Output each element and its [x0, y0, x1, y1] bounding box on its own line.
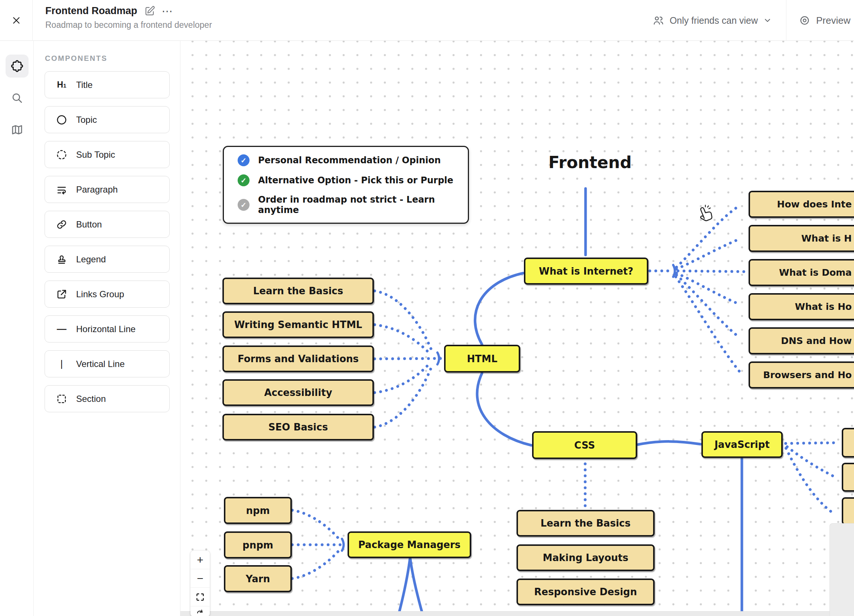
node-js-stub-3[interactable]	[842, 497, 854, 525]
node-what-is-hosting[interactable]: What is Ho	[749, 293, 854, 320]
components-heading: COMPONENTS	[45, 54, 107, 63]
eye-icon	[799, 15, 810, 26]
visibility-label: Only friends can view	[669, 15, 758, 26]
node-what-is-domain[interactable]: What is Doma	[749, 259, 854, 286]
search-icon	[11, 92, 23, 104]
h1-icon: H1	[55, 80, 68, 90]
undo-button[interactable]	[191, 606, 210, 616]
node-responsive-design[interactable]: Responsive Design	[517, 578, 654, 605]
vertical-line-icon: |	[55, 358, 68, 370]
node-learn-the-basics-html[interactable]: Learn the Basics	[223, 278, 374, 304]
preview-label: Preview	[816, 15, 850, 26]
tool-rail	[0, 41, 34, 616]
node-how-does-internet-work[interactable]: How does Inte	[749, 191, 854, 218]
search-tab-button[interactable]	[6, 87, 29, 110]
node-browsers-and-how[interactable]: Browsers and Ho	[749, 362, 854, 388]
people-icon	[653, 14, 664, 26]
minus-icon: −	[197, 572, 203, 585]
node-js-stub-1[interactable]	[842, 428, 854, 458]
circle-icon	[55, 114, 68, 125]
horizontal-line-icon: —	[55, 323, 68, 335]
node-pnpm[interactable]: pnpm	[224, 531, 292, 558]
node-writing-semantic-html[interactable]: Writing Semantic HTML	[223, 311, 374, 338]
external-link-icon	[55, 289, 68, 300]
legend-item: ✓ Order in roadmap not strict - Learn an…	[238, 195, 468, 215]
node-learn-the-basics-css[interactable]: Learn the Basics	[517, 510, 654, 537]
blue-check-icon: ✓	[238, 154, 250, 166]
node-forms-and-validations[interactable]: Forms and Validations	[223, 345, 374, 372]
node-package-managers[interactable]: Package Managers	[348, 531, 471, 558]
green-check-icon: ✓	[238, 174, 250, 186]
zoom-out-button[interactable]: −	[191, 569, 210, 588]
component-item-vertical-line[interactable]: | Vertical Line	[44, 350, 170, 377]
component-item-links-group[interactable]: Links Group	[44, 281, 170, 308]
edit-icon	[144, 6, 155, 17]
component-item-button[interactable]: Button	[44, 211, 170, 238]
components-panel: COMPONENTS H1 Title Topic Sub Topic Para…	[34, 41, 180, 616]
component-item-title[interactable]: H1 Title	[44, 71, 170, 98]
node-accessibility[interactable]: Accessibility	[223, 379, 374, 406]
link-icon	[55, 219, 68, 230]
stamp-icon	[55, 254, 68, 265]
node-what-is-internet[interactable]: What is Internet?	[524, 257, 648, 284]
page-subtitle: Roadmap to becoming a frontend developer	[45, 20, 212, 30]
plus-icon: +	[197, 554, 203, 566]
close-icon	[11, 15, 22, 26]
chevron-down-icon	[763, 16, 772, 25]
zoom-in-button[interactable]: +	[191, 551, 210, 569]
legend-item: ✓ Personal Recommendation / Opinion	[238, 154, 468, 166]
node-making-layouts[interactable]: Making Layouts	[517, 545, 654, 571]
component-item-sub-topic[interactable]: Sub Topic	[44, 141, 170, 168]
canvas-side-panel	[830, 523, 854, 616]
undo-icon	[196, 608, 204, 616]
component-item-topic[interactable]: Topic	[44, 106, 170, 133]
page-title: Frontend Roadmap	[45, 5, 137, 17]
dashed-square-icon	[55, 393, 68, 405]
node-what-is-http[interactable]: What is H	[749, 225, 854, 252]
close-button[interactable]	[0, 0, 33, 41]
component-item-horizontal-line[interactable]: — Horizontal Line	[44, 315, 170, 342]
node-html[interactable]: HTML	[444, 345, 520, 373]
node-js-stub-2[interactable]	[842, 463, 854, 492]
node-dns-and-how[interactable]: DNS and How	[749, 327, 854, 354]
component-item-section[interactable]: Section	[44, 385, 170, 412]
map-tab-button[interactable]	[6, 119, 29, 141]
edit-title-button[interactable]	[144, 6, 155, 17]
component-item-paragraph[interactable]: Paragraph	[44, 176, 170, 203]
fullscreen-icon	[195, 592, 205, 602]
node-yarn[interactable]: Yarn	[224, 565, 292, 592]
components-tab-button[interactable]	[6, 55, 29, 78]
legend-item: ✓ Alternative Option - Pick this or Purp…	[238, 174, 468, 186]
roadmap-canvas[interactable]: ✓ Personal Recommendation / Opinion ✓ Al…	[180, 41, 854, 616]
visibility-dropdown[interactable]: Only friends can view	[638, 14, 786, 26]
node-javascript[interactable]: JavaScript	[702, 431, 783, 458]
map-icon	[11, 123, 23, 136]
more-options-button[interactable]: ⋯	[162, 9, 174, 13]
roadmap-title[interactable]: Frontend	[548, 153, 623, 172]
node-seo-basics[interactable]: SEO Basics	[223, 414, 374, 441]
node-npm[interactable]: npm	[224, 497, 292, 524]
component-item-legend[interactable]: Legend	[44, 246, 170, 273]
canvas-bottom-bar	[180, 611, 854, 616]
mouse-cursor	[694, 202, 716, 224]
dashed-circle-icon	[55, 149, 68, 160]
zoom-toolbar: + −	[191, 551, 210, 616]
node-css[interactable]: CSS	[532, 431, 637, 459]
fit-view-button[interactable]	[191, 588, 210, 606]
paragraph-icon	[55, 184, 68, 195]
roadmap-legend[interactable]: ✓ Personal Recommendation / Opinion ✓ Al…	[223, 146, 469, 224]
header: Frontend Roadmap ⋯ Roadmap to becoming a…	[0, 0, 854, 41]
preview-button[interactable]: Preview	[787, 15, 854, 26]
gray-check-icon: ✓	[238, 199, 250, 211]
puzzle-icon	[11, 59, 24, 73]
